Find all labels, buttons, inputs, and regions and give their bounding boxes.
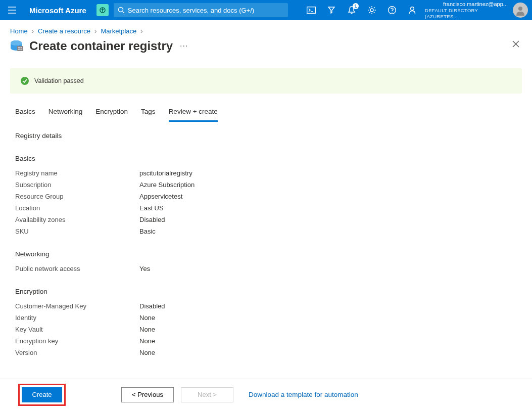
cloud-shell-icon[interactable] [302, 0, 321, 20]
section-encryption-title: Encryption [15, 288, 517, 295]
next-button: Next > [181, 387, 233, 402]
search-input[interactable]: Search resources, services, and docs (G+… [114, 3, 288, 17]
container-registry-icon [10, 39, 24, 53]
page-title: Create container registry [29, 39, 173, 53]
topbar-icons: 1 [302, 0, 422, 20]
svg-point-4 [118, 8, 123, 12]
svg-point-22 [11, 40, 22, 45]
notifications-icon[interactable]: 1 [342, 0, 361, 20]
chevron-right-icon: › [32, 27, 34, 35]
chevron-right-icon: › [140, 27, 142, 35]
chevron-right-icon: › [94, 27, 96, 35]
tab-review-create[interactable]: Review + create [169, 105, 218, 122]
close-icon[interactable] [512, 40, 520, 50]
account-email: francisco.martinez@app... [443, 1, 508, 8]
kv-key-vault: Key VaultNone [15, 326, 517, 333]
menu-toggle-icon[interactable] [4, 0, 20, 20]
crumb-create-resource[interactable]: Create a resource [38, 27, 90, 35]
svg-point-18 [392, 12, 393, 13]
kv-public-network-access: Public network accessYes [15, 265, 517, 272]
help-icon[interactable] [382, 0, 402, 20]
svg-point-8 [370, 9, 373, 12]
tabs: Basics Networking Encryption Tags Review… [0, 94, 532, 122]
search-icon [118, 7, 125, 14]
settings-icon[interactable] [362, 0, 381, 20]
feedback-icon[interactable] [403, 0, 422, 20]
footer: Create < Previous Next > Download a temp… [0, 379, 532, 410]
content: Registry details Basics Registry namepsc… [0, 122, 532, 356]
directory-filter-icon[interactable] [322, 0, 341, 20]
kv-sku: SKUBasic [15, 227, 517, 235]
search-placeholder: Search resources, services, and docs (G+… [128, 7, 254, 14]
tab-encryption[interactable]: Encryption [95, 105, 128, 122]
breadcrumb: Home › Create a resource › Marketplace › [0, 20, 532, 37]
svg-line-13 [369, 7, 370, 8]
crumb-marketplace[interactable]: Marketplace [101, 27, 136, 35]
section-basics-title: Basics [15, 155, 517, 162]
svg-line-15 [374, 7, 375, 8]
kv-resource-group: Resource GroupAppservicetest [15, 193, 517, 200]
avatar[interactable] [513, 3, 528, 18]
tab-basics[interactable]: Basics [15, 105, 35, 122]
notification-count-badge: 1 [353, 3, 359, 9]
svg-point-30 [21, 77, 29, 85]
svg-rect-26 [18, 49, 20, 50]
success-icon [20, 76, 29, 85]
create-button[interactable]: Create [22, 387, 62, 402]
section-registry-details: Registry details [15, 132, 517, 140]
svg-line-5 [123, 12, 124, 13]
kv-location: LocationEast US [15, 204, 517, 212]
previous-button[interactable]: < Previous [121, 387, 174, 402]
page-header: Create container registry ··· [0, 37, 532, 56]
kv-cmk: Customer-Managed KeyDisabled [15, 302, 517, 310]
crumb-home[interactable]: Home [10, 27, 28, 35]
svg-line-14 [374, 12, 375, 13]
kv-encryption-key: Encryption keyNone [15, 337, 517, 345]
validation-message: Validation passed [34, 77, 84, 84]
more-actions-icon[interactable]: ··· [180, 41, 188, 51]
svg-rect-23 [17, 46, 23, 51]
preview-badge-icon[interactable] [96, 4, 109, 16]
tab-networking[interactable]: Networking [49, 105, 83, 122]
svg-line-16 [369, 12, 370, 13]
validation-banner: Validation passed [10, 68, 522, 94]
tab-tags[interactable]: Tags [141, 105, 156, 122]
create-highlight: Create [18, 384, 66, 406]
svg-point-19 [411, 7, 414, 11]
svg-rect-25 [21, 47, 22, 48]
svg-rect-24 [18, 47, 20, 48]
kv-identity: IdentityNone [15, 314, 517, 322]
account-directory: DEFAULT DIRECTORY (AZURETES... [425, 8, 508, 19]
brand-label[interactable]: Microsoft Azure [29, 6, 86, 15]
download-template-link[interactable]: Download a template for automation [249, 391, 358, 398]
section-networking-title: Networking [15, 250, 517, 258]
account-info[interactable]: francisco.martinez@app... DEFAULT DIRECT… [425, 1, 511, 19]
kv-version: VersionNone [15, 349, 517, 356]
svg-point-20 [518, 7, 522, 11]
top-bar: Microsoft Azure Search resources, servic… [0, 0, 532, 20]
kv-registry-name: Registry namepscitutorialregistry [15, 169, 517, 177]
svg-rect-27 [21, 49, 22, 50]
kv-availability-zones: Availability zonesDisabled [15, 216, 517, 223]
svg-rect-6 [307, 7, 316, 14]
kv-subscription: SubscriptionAzure Subscription [15, 181, 517, 189]
